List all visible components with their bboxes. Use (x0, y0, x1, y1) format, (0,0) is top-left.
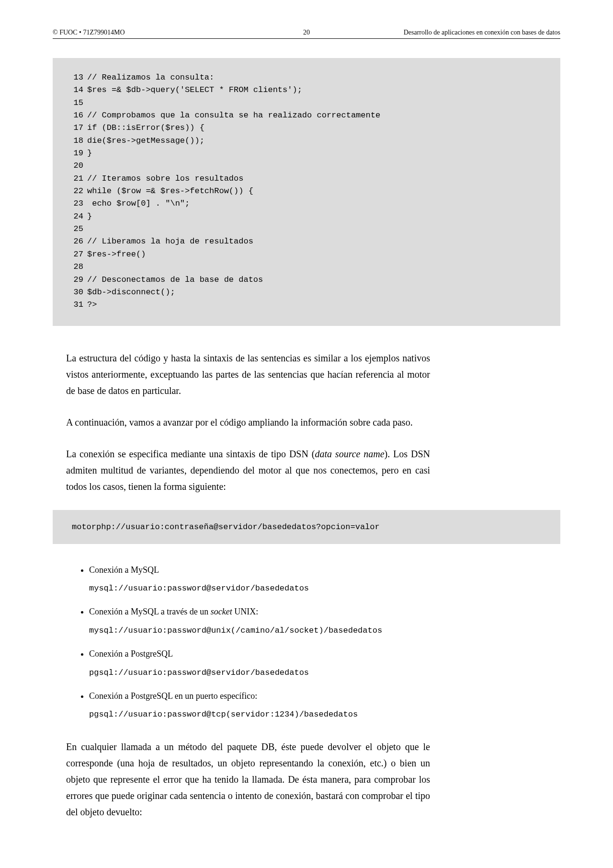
code-line: 15 (67, 97, 546, 109)
italic-term: socket (211, 607, 232, 616)
code-line: 17if (DB::isError($res)) { (67, 122, 546, 134)
code-line: 29// Desconectamos de la base de datos (67, 274, 546, 286)
line-number: 30 (67, 286, 83, 299)
code-line: 27$res->free() (67, 248, 546, 261)
line-number: 25 (67, 223, 83, 235)
text-run: Conexión a MySQL a través de un (89, 607, 211, 616)
body-text: En cualquier llamada a un método del paq… (66, 739, 430, 820)
line-number: 13 (67, 71, 83, 84)
line-number: 31 (67, 299, 83, 311)
code-text: echo $row[0] . "\n"; (87, 197, 190, 210)
paragraph: La conexión se especifica mediante una s… (66, 446, 430, 495)
line-number: 16 (67, 109, 83, 122)
code-line: 24} (67, 210, 546, 223)
code-line: 28 (67, 261, 546, 273)
list-item-label: Conexión a PostgreSQL (89, 647, 560, 661)
code-line: 16// Comprobamos que la consulta se ha r… (67, 109, 546, 122)
line-number: 29 (67, 274, 83, 286)
list-item: Conexión a PostgreSQLpgsql://usuario:pas… (89, 647, 560, 680)
list-item-code: mysql://usuario:password@unix(/camino/al… (89, 624, 560, 637)
text-run: UNIX: (232, 607, 259, 616)
dsn-template-block: motorphp://usuario:contraseña@servidor/b… (53, 510, 560, 544)
code-text: // Realizamos la consulta: (87, 71, 214, 84)
code-text: die($res->getMessage()); (87, 135, 204, 147)
line-number: 23 (67, 197, 83, 210)
list-item-label: Conexión a MySQL a través de un socket U… (89, 605, 560, 619)
code-line: 23 echo $row[0] . "\n"; (67, 197, 546, 210)
code-text: // Comprobamos que la consulta se ha rea… (87, 109, 380, 122)
code-text: } (87, 210, 92, 223)
line-number: 19 (67, 147, 83, 160)
dsn-template-text: motorphp://usuario:contraseña@servidor/b… (72, 522, 380, 532)
paragraph: A continuación, vamos a avanzar por el c… (66, 414, 430, 430)
code-block-php: 13// Realizamos la consulta:14$res =& $d… (53, 58, 560, 326)
line-number: 24 (67, 210, 83, 223)
code-text: $res->free() (87, 248, 146, 261)
line-number: 20 (67, 160, 83, 172)
code-line: 14$res =& $db->query('SELECT * FROM clie… (67, 84, 546, 96)
list-item-label: Conexión a MySQL (89, 563, 560, 578)
list-item-code: pgsql://usuario:password@servidor/basede… (89, 666, 560, 680)
code-line: 13// Realizamos la consulta: (67, 71, 546, 84)
code-line: 25 (67, 223, 546, 235)
code-text: $db->disconnect(); (87, 286, 175, 299)
list-item: Conexión a MySQL a través de un socket U… (89, 605, 560, 637)
line-number: 18 (67, 135, 83, 147)
code-text: // Liberamos la hoja de resultados (87, 235, 253, 248)
line-number: 15 (67, 97, 83, 109)
code-text: ?> (87, 299, 97, 311)
code-text: $res =& $db->query('SELECT * FROM client… (87, 84, 302, 96)
code-line: 22while ($row =& $res->fetchRow()) { (67, 185, 546, 197)
line-number: 27 (67, 248, 83, 261)
body-text: La estructura del código y hasta la sint… (66, 350, 430, 495)
line-number: 17 (67, 122, 83, 134)
line-number: 26 (67, 235, 83, 248)
code-line: 19} (67, 147, 546, 160)
list-item-code: mysql://usuario:password@servidor/basede… (89, 582, 560, 595)
list-item: Conexión a PostgreSQL en un puerto espec… (89, 689, 560, 722)
code-text: } (87, 147, 92, 160)
page-header: © FUOC • 71Z799014MO 20 Desarrollo de ap… (53, 29, 560, 39)
list-item-label: Conexión a PostgreSQL en un puerto espec… (89, 689, 560, 704)
code-line: 18die($res->getMessage()); (67, 135, 546, 147)
line-number: 21 (67, 173, 83, 185)
line-number: 14 (67, 84, 83, 96)
code-line: 21// Iteramos sobre los resultados (67, 173, 546, 185)
code-line: 26// Liberamos la hoja de resultados (67, 235, 546, 248)
list-item-code: pgsql://usuario:password@tcp(servidor:12… (89, 708, 560, 721)
code-text: // Iteramos sobre los resultados (87, 173, 243, 185)
code-text: while ($row =& $res->fetchRow()) { (87, 185, 253, 197)
page-number: 20 (303, 29, 310, 36)
line-number: 28 (67, 261, 83, 273)
document-page: © FUOC • 71Z799014MO 20 Desarrollo de ap… (0, 0, 613, 868)
code-text: if (DB::isError($res)) { (87, 122, 204, 134)
code-line: 30$db->disconnect(); (67, 286, 546, 299)
header-title: Desarrollo de aplicaciones en conexión c… (404, 29, 560, 36)
dsn-examples-list: Conexión a MySQLmysql://usuario:password… (66, 563, 560, 722)
code-line: 20 (67, 160, 546, 172)
text-run: La conexión se especifica mediante una s… (66, 449, 315, 459)
italic-term: data source name (315, 449, 384, 459)
header-copyright: © FUOC • 71Z799014MO (53, 29, 125, 36)
code-text: // Desconectamos de la base de datos (87, 274, 263, 286)
line-number: 22 (67, 185, 83, 197)
paragraph: La estructura del código y hasta la sint… (66, 350, 430, 399)
list-item: Conexión a MySQLmysql://usuario:password… (89, 563, 560, 596)
code-line: 31?> (67, 299, 546, 311)
paragraph: En cualquier llamada a un método del paq… (66, 739, 430, 820)
